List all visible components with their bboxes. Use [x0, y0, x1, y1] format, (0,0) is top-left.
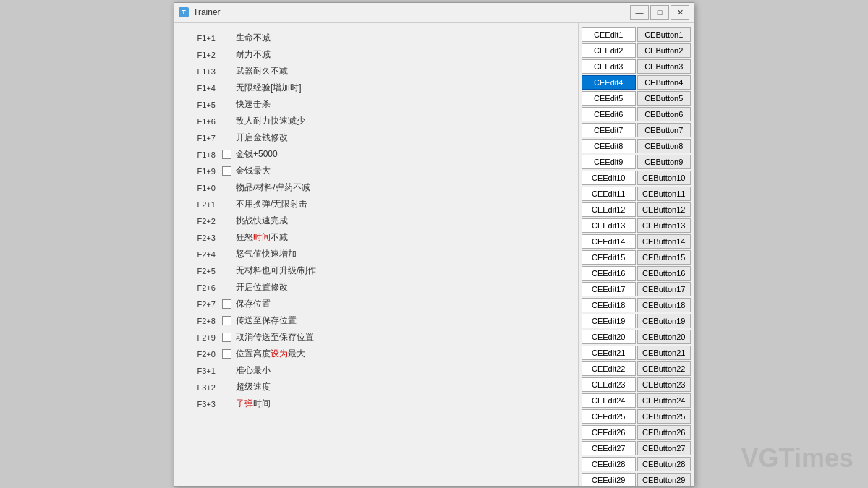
- ce-button[interactable]: CEButton18: [637, 298, 692, 312]
- trainer-row: F1+8金钱+5000: [180, 147, 572, 163]
- ce-button[interactable]: CEButton8: [637, 139, 692, 153]
- ce-row: CEEdit22CEButton22: [582, 361, 691, 376]
- window-icon: T: [179, 7, 189, 17]
- ce-button[interactable]: CEButton23: [637, 377, 692, 392]
- ce-row: CEEdit8CEButton8: [582, 139, 691, 153]
- ce-button[interactable]: CEButton12: [637, 202, 692, 217]
- hotkey-label: F1+1: [180, 34, 220, 43]
- ce-edit-field[interactable]: CEEdit13: [582, 218, 636, 233]
- checkbox-area: [220, 249, 233, 260]
- ce-button[interactable]: CEButton7: [637, 123, 692, 137]
- feature-label: 狂怒时间不减: [233, 231, 288, 244]
- ce-button[interactable]: CEButton5: [637, 91, 692, 106]
- ce-button[interactable]: CEButton22: [637, 361, 692, 376]
- ce-edit-field[interactable]: CEEdit8: [582, 139, 636, 153]
- ce-edit-field[interactable]: CEEdit5: [582, 91, 636, 106]
- checkbox[interactable]: [222, 349, 231, 359]
- feature-label: 快速击杀: [233, 98, 271, 111]
- ce-button[interactable]: CEButton9: [637, 155, 692, 169]
- ce-button[interactable]: CEButton24: [637, 393, 692, 408]
- checkbox-area: [220, 266, 233, 276]
- ce-button[interactable]: CEButton11: [637, 187, 692, 201]
- hotkey-label: F1+2: [180, 51, 220, 59]
- ce-edit-field[interactable]: CEEdit17: [582, 282, 636, 296]
- trainer-row: F2+6 开启位置修改: [180, 280, 572, 296]
- ce-button[interactable]: CEButton27: [637, 441, 692, 455]
- trainer-row: F2+0位置高度设为最大: [180, 346, 572, 362]
- ce-edit-field[interactable]: CEEdit2: [582, 43, 636, 58]
- ce-button[interactable]: CEButton25: [637, 409, 692, 424]
- ce-button[interactable]: CEButton20: [637, 330, 692, 344]
- ce-button[interactable]: CEButton16: [637, 266, 692, 281]
- right-panel: CEEdit1CEButton1CEEdit2CEButton2CEEdit3C…: [578, 23, 694, 486]
- ce-edit-field[interactable]: CEEdit25: [582, 409, 636, 424]
- ce-button[interactable]: CEButton26: [637, 425, 692, 440]
- ce-button[interactable]: CEButton4: [637, 75, 692, 90]
- hotkey-label: F1+3: [180, 67, 220, 76]
- hotkey-label: F2+3: [180, 234, 220, 242]
- trainer-row: F1+1 生命不减: [180, 30, 572, 46]
- ce-button[interactable]: CEButton19: [637, 314, 692, 328]
- ce-edit-field[interactable]: CEEdit21: [582, 346, 636, 360]
- ce-row: CEEdit20CEButton20: [582, 330, 691, 344]
- minimize-button[interactable]: —: [630, 5, 649, 20]
- ce-edit-field[interactable]: CEEdit9: [582, 155, 636, 169]
- ce-edit-field[interactable]: CEEdit24: [582, 393, 636, 408]
- trainer-row: F1+4 无限经验[增加时]: [180, 80, 572, 96]
- ce-edit-field[interactable]: CEEdit16: [582, 266, 636, 281]
- ce-button[interactable]: CEButton29: [637, 473, 692, 486]
- ce-edit-field[interactable]: CEEdit27: [582, 441, 636, 455]
- ce-row: CEEdit14CEButton14: [582, 234, 691, 249]
- ce-row: CEEdit9CEButton9: [582, 155, 691, 169]
- ce-edit-field[interactable]: CEEdit4: [582, 75, 636, 90]
- checkbox[interactable]: [222, 166, 231, 176]
- ce-row: CEEdit26CEButton26: [582, 425, 691, 440]
- ce-button[interactable]: CEButton10: [637, 171, 692, 185]
- ce-edit-field[interactable]: CEEdit18: [582, 298, 636, 312]
- ce-edit-field[interactable]: CEEdit3: [582, 59, 636, 74]
- ce-row: CEEdit25CEButton25: [582, 409, 691, 424]
- ce-edit-field[interactable]: CEEdit14: [582, 234, 636, 249]
- checkbox[interactable]: [222, 333, 231, 342]
- close-button[interactable]: ✕: [671, 5, 689, 20]
- ce-button[interactable]: CEButton13: [637, 218, 692, 233]
- ce-edit-field[interactable]: CEEdit11: [582, 187, 636, 201]
- ce-edit-field[interactable]: CEEdit29: [582, 473, 636, 486]
- ce-edit-field[interactable]: CEEdit15: [582, 250, 636, 265]
- ce-row: CEEdit23CEButton23: [582, 377, 691, 392]
- ce-row: CEEdit4CEButton4: [582, 75, 691, 90]
- hotkey-label: F2+2: [180, 217, 220, 226]
- trainer-row: F3+2 超级速度: [180, 380, 572, 395]
- ce-edit-field[interactable]: CEEdit1: [582, 27, 636, 42]
- ce-button[interactable]: CEButton17: [637, 282, 692, 296]
- ce-button[interactable]: CEButton14: [637, 234, 692, 249]
- ce-edit-field[interactable]: CEEdit23: [582, 377, 636, 392]
- checkbox[interactable]: [222, 299, 231, 309]
- feature-label: 挑战快速完成: [233, 215, 288, 227]
- ce-button[interactable]: CEButton1: [637, 27, 692, 42]
- ce-edit-field[interactable]: CEEdit6: [582, 107, 636, 121]
- maximize-button[interactable]: □: [650, 5, 669, 20]
- ce-button[interactable]: CEButton3: [637, 59, 692, 74]
- ce-edit-field[interactable]: CEEdit28: [582, 457, 636, 471]
- checkbox[interactable]: [222, 150, 231, 159]
- ce-edit-field[interactable]: CEEdit19: [582, 314, 636, 328]
- ce-edit-field[interactable]: CEEdit10: [582, 171, 636, 185]
- ce-button[interactable]: CEButton15: [637, 250, 692, 265]
- ce-button[interactable]: CEButton6: [637, 107, 692, 121]
- checkbox-area: [220, 366, 233, 376]
- title-bar: T Trainer — □ ✕: [174, 3, 694, 23]
- feature-label: 不用换弹/无限射击: [233, 198, 307, 210]
- ce-edit-field[interactable]: CEEdit26: [582, 425, 636, 440]
- ce-edit-field[interactable]: CEEdit7: [582, 123, 636, 137]
- ce-edit-field[interactable]: CEEdit20: [582, 330, 636, 344]
- checkbox[interactable]: [222, 316, 231, 325]
- hotkey-label: F2+8: [180, 317, 220, 325]
- ce-edit-field[interactable]: CEEdit22: [582, 361, 636, 376]
- ce-button[interactable]: CEButton2: [637, 43, 692, 58]
- ce-button[interactable]: CEButton21: [637, 346, 692, 360]
- trainer-row: F1+2 耐力不减: [180, 47, 572, 63]
- ce-row: CEEdit13CEButton13: [582, 218, 691, 233]
- ce-button[interactable]: CEButton28: [637, 457, 692, 471]
- ce-edit-field[interactable]: CEEdit12: [582, 202, 636, 217]
